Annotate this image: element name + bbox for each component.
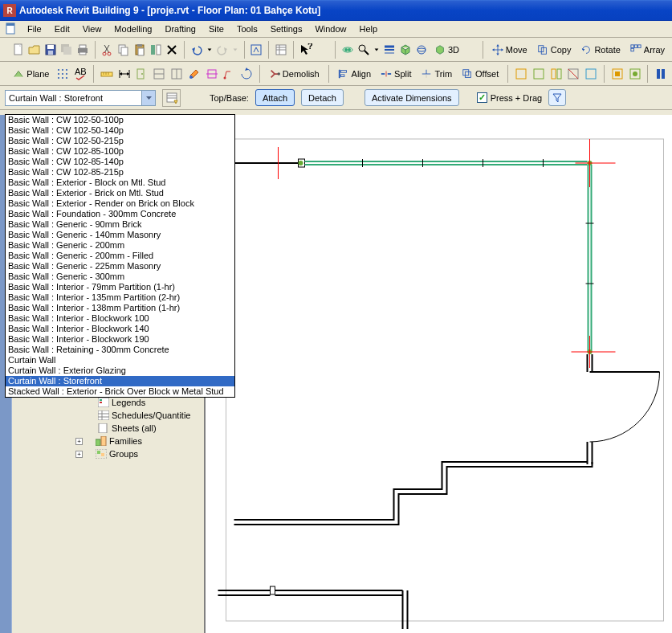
win-tag-b-icon[interactable] bbox=[169, 65, 185, 83]
cg4-icon[interactable] bbox=[565, 65, 581, 83]
type-option[interactable]: Basic Wall : Interior - Blockwork 100 bbox=[6, 313, 234, 324]
type-option[interactable]: Basic Wall : Interior - 138mm Partition … bbox=[6, 303, 234, 313]
type-option[interactable]: Basic Wall : Generic - 300mm bbox=[6, 272, 234, 282]
type-option[interactable]: Basic Wall : CW 102-50-140p bbox=[6, 125, 234, 136]
menu-modelling[interactable]: Modelling bbox=[108, 22, 158, 35]
press-drag-checkbox[interactable]: ✓ Press + Drag bbox=[477, 92, 543, 103]
type-option[interactable]: Basic Wall : Retaining - 300mm Concrete bbox=[6, 345, 234, 355]
3d-box-icon[interactable] bbox=[398, 41, 413, 59]
save-icon[interactable] bbox=[43, 41, 58, 59]
menu-settings[interactable]: Settings bbox=[264, 22, 309, 35]
cg3-icon[interactable] bbox=[548, 65, 564, 83]
type-option[interactable]: Basic Wall : Generic - 140mm Masonry bbox=[6, 230, 234, 240]
plane-button[interactable]: Plane bbox=[9, 65, 53, 83]
type-option[interactable]: Basic Wall : Generic - 225mm Masonry bbox=[6, 261, 234, 272]
clip-icon[interactable] bbox=[204, 65, 220, 83]
type-option[interactable]: Basic Wall : Interior - 135mm Partition … bbox=[6, 292, 234, 303]
rotate-button[interactable]: Rotate bbox=[576, 41, 624, 59]
type-option[interactable]: Curtain Wall bbox=[6, 355, 234, 366]
open-icon[interactable] bbox=[27, 41, 42, 59]
paint-icon[interactable] bbox=[186, 65, 202, 83]
tree-sheets[interactable]: Sheets (all) bbox=[98, 422, 190, 435]
spot-icon[interactable] bbox=[221, 65, 237, 83]
menu-tools[interactable]: Tools bbox=[230, 22, 264, 35]
tape-icon[interactable] bbox=[99, 65, 115, 83]
menu-file[interactable]: File bbox=[21, 22, 48, 35]
detach-button[interactable]: Detach bbox=[301, 89, 344, 106]
element-props-button[interactable] bbox=[162, 89, 181, 107]
type-option[interactable]: Basic Wall : CW 102-85-140p bbox=[6, 157, 234, 167]
props-icon[interactable] bbox=[274, 41, 288, 59]
win-tag-a-icon[interactable] bbox=[151, 65, 167, 83]
new-icon[interactable] bbox=[11, 41, 26, 59]
zoom-icon[interactable] bbox=[356, 41, 371, 59]
type-option[interactable]: Basic Wall : Exterior - Brick on Mtl. St… bbox=[6, 188, 234, 198]
type-option[interactable]: Basic Wall : CW 102-50-215p bbox=[6, 136, 234, 146]
menu-window[interactable]: Window bbox=[308, 22, 352, 35]
trim-button[interactable]: Trim bbox=[417, 65, 456, 83]
spell-icon[interactable]: ABC bbox=[72, 65, 88, 83]
type-option[interactable]: Basic Wall : CW 102-85-215p bbox=[6, 167, 234, 178]
tree-legends[interactable]: Legends bbox=[98, 396, 190, 409]
type-option[interactable]: Basic Wall : Interior - 79mm Partition (… bbox=[6, 282, 234, 292]
match-icon[interactable] bbox=[149, 41, 163, 59]
type-option[interactable]: Basic Wall : Interior - Blockwork 140 bbox=[6, 324, 234, 334]
align-button[interactable]: Align bbox=[334, 65, 375, 83]
menu-edit[interactable]: Edit bbox=[48, 22, 76, 35]
undo-drop-icon[interactable] bbox=[206, 41, 214, 59]
type-option[interactable]: Basic Wall : Generic - 90mm Brick bbox=[6, 219, 234, 230]
type-selector[interactable]: Curtain Wall : Storefront bbox=[5, 90, 156, 106]
attach-button[interactable]: Attach bbox=[255, 89, 295, 106]
type-option[interactable]: Curtain Wall : Storefront bbox=[6, 376, 234, 386]
copy-icon[interactable] bbox=[116, 41, 131, 59]
type-option[interactable]: Basic Wall : Exterior - Block on Mtl. St… bbox=[6, 178, 234, 188]
offset-button[interactable]: Offset bbox=[458, 65, 503, 83]
cg8-icon[interactable] bbox=[653, 65, 669, 83]
thinlines-icon[interactable] bbox=[382, 41, 397, 59]
delete-icon[interactable] bbox=[165, 41, 179, 59]
tree-schedules[interactable]: Schedules/Quantitie bbox=[98, 409, 190, 422]
tree-groups[interactable]: + Groups bbox=[75, 447, 190, 460]
drawing-canvas[interactable] bbox=[206, 115, 672, 633]
copy-button[interactable]: Copy bbox=[533, 41, 576, 59]
menu-view[interactable]: View bbox=[76, 22, 108, 35]
tree-families[interactable]: + Families bbox=[75, 435, 190, 447]
cg1-icon[interactable] bbox=[513, 65, 529, 83]
print-icon[interactable] bbox=[75, 41, 90, 59]
undo-icon[interactable] bbox=[189, 41, 204, 59]
help-cursor-icon[interactable]: ? bbox=[299, 41, 313, 59]
document-icon[interactable] bbox=[5, 22, 18, 35]
type-option[interactable]: Basic Wall : Foundation - 300mm Concrete bbox=[6, 209, 234, 219]
type-option[interactable]: Stacked Wall : Exterior - Brick Over Blo… bbox=[6, 386, 234, 397]
orbit-icon[interactable] bbox=[414, 41, 429, 59]
split-button[interactable]: Split bbox=[377, 65, 415, 83]
dim-icon[interactable] bbox=[116, 65, 132, 83]
demolish-button[interactable]: Demolish bbox=[265, 65, 324, 83]
chevron-down-icon[interactable] bbox=[141, 91, 155, 105]
type-option[interactable]: Basic Wall : Generic - 200mm - Filled bbox=[6, 251, 234, 261]
type-option[interactable]: Basic Wall : Interior - Blockwork 190 bbox=[6, 334, 234, 345]
cut-icon[interactable] bbox=[100, 41, 115, 59]
camera-icon[interactable] bbox=[340, 41, 355, 59]
type-option[interactable]: Basic Wall : CW 102-50-100p bbox=[6, 115, 234, 125]
expand-icon[interactable]: + bbox=[75, 451, 83, 458]
type-option[interactable]: Curtain Wall : Exterior Glazing bbox=[6, 366, 234, 376]
cg6-icon[interactable] bbox=[609, 65, 625, 83]
type-option[interactable]: Basic Wall : Exterior - Render on Brick … bbox=[6, 198, 234, 209]
grid-dots-icon[interactable] bbox=[55, 65, 71, 83]
menu-help[interactable]: Help bbox=[353, 22, 385, 35]
dynmod-icon[interactable] bbox=[249, 41, 263, 59]
filter-button[interactable] bbox=[548, 89, 566, 106]
zoom-drop-icon[interactable] bbox=[373, 41, 381, 59]
door-tag-icon[interactable] bbox=[133, 65, 149, 83]
cg2-icon[interactable] bbox=[531, 65, 547, 83]
activate-dimensions-button[interactable]: Activate Dimensions bbox=[365, 89, 459, 106]
cg7-icon[interactable] bbox=[627, 65, 643, 83]
3d-button[interactable]: 3D bbox=[430, 41, 463, 59]
cg5-icon[interactable] bbox=[583, 65, 599, 83]
type-option[interactable]: Basic Wall : CW 102-85-100p bbox=[6, 146, 234, 157]
type-option[interactable]: Basic Wall : Generic - 200mm bbox=[6, 240, 234, 251]
move-button[interactable]: Move bbox=[488, 41, 531, 59]
menu-drafting[interactable]: Drafting bbox=[158, 22, 202, 35]
array-button[interactable]: Array bbox=[626, 41, 669, 59]
